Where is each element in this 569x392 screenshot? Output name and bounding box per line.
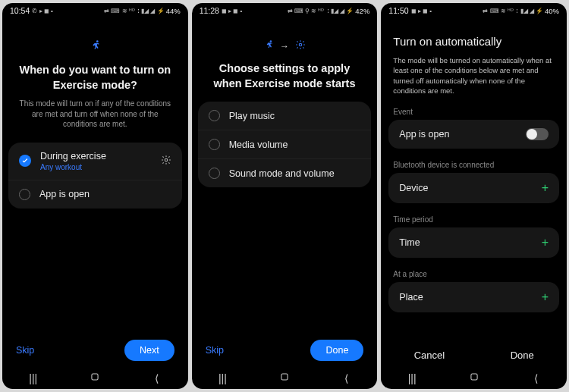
plus-icon[interactable]: + <box>542 290 549 304</box>
condition-during-exercise[interactable]: During exercise Any workout <box>8 143 182 180</box>
cancel-button[interactable]: Cancel <box>414 350 445 361</box>
screen-choose-settings: 11:28 ◼ ▸ ◼ • ⇄ ⌨ ⚲ ≋ ᴴᴰ ⫶ ▮◢ ◢ ⚡ 42% → … <box>192 3 378 389</box>
status-system-icons: ⇄ ⌨ ≋ ᴴᴰ ⫶ ▮◢ ◢ ⚡ <box>104 8 165 14</box>
setting-label: Device <box>399 183 428 193</box>
svg-rect-6 <box>471 374 477 380</box>
nav-back-icon[interactable]: ⟨ <box>335 372 358 384</box>
check-icon <box>19 155 31 167</box>
status-notif-icons: ✆ ▸ ◼ • <box>32 8 52 14</box>
gear-icon <box>295 39 306 52</box>
status-bar: 11:50 ◼ ▸ ◼ • ⇄ ⌨ ≋ ᴴᴰ ⫶ ▮◢ ◢ ⚡ 40% <box>381 3 567 18</box>
setting-label: Media volume <box>229 140 288 150</box>
setting-place[interactable]: Place + <box>388 282 559 312</box>
nav-home-icon[interactable] <box>83 372 106 384</box>
status-battery: 40% <box>545 7 559 15</box>
section-label-bluetooth: Bluetooth device is connected <box>381 161 567 173</box>
screen-turn-on-auto: 11:50 ◼ ▸ ◼ • ⇄ ⌨ ≋ ᴴᴰ ⫶ ▮◢ ◢ ⚡ 40% Turn… <box>381 3 567 389</box>
gear-icon[interactable] <box>161 155 171 168</box>
setting-sound-mode[interactable]: Sound mode and volume <box>198 159 372 187</box>
page-description: The mode will be turned on automatically… <box>381 55 567 108</box>
svg-point-4 <box>299 43 302 46</box>
radio-icon <box>209 110 220 121</box>
nav-bar: ||| ⟨ <box>192 365 378 389</box>
running-icon <box>263 39 274 52</box>
radio-icon <box>209 168 220 179</box>
section-label-time: Time period <box>381 215 567 227</box>
page-heading: When do you want to turn on Exercise mod… <box>2 54 188 99</box>
plus-icon[interactable]: + <box>542 181 549 195</box>
settings-list: Play music Media volume Sound mode and v… <box>198 102 372 187</box>
setting-label: Place <box>399 292 423 303</box>
skip-button[interactable]: Skip <box>16 345 34 356</box>
setting-label: Play music <box>229 111 275 121</box>
condition-label: During exercise <box>40 151 152 162</box>
nav-home-icon[interactable] <box>463 372 486 384</box>
status-system-icons: ⇄ ⌨ ⚲ ≋ ᴴᴰ ⫶ ▮◢ ◢ ⚡ <box>288 8 354 14</box>
section-label-event: Event <box>381 108 567 120</box>
next-button[interactable]: Next <box>124 340 174 361</box>
status-time: 10:54 <box>10 6 30 15</box>
setting-label: App is open <box>399 129 449 140</box>
setting-media-volume[interactable]: Media volume <box>198 130 372 159</box>
condition-label: App is open <box>39 189 171 199</box>
radio-icon <box>209 139 220 150</box>
setting-device[interactable]: Device + <box>388 173 559 203</box>
setting-time[interactable]: Time + <box>388 227 559 258</box>
nav-back-icon[interactable]: ⟨ <box>524 372 547 384</box>
nav-recent-icon[interactable]: ||| <box>22 372 45 384</box>
status-time: 11:28 <box>200 6 219 15</box>
setting-label: Time <box>399 237 420 248</box>
status-bar: 10:54 ✆ ▸ ◼ • ⇄ ⌨ ≋ ᴴᴰ ⫶ ▮◢ ◢ ⚡ 44% <box>2 3 188 18</box>
radio-icon <box>19 189 30 200</box>
status-notif-icons: ◼ ▸ ◼ • <box>411 8 432 14</box>
status-battery: 44% <box>166 7 181 15</box>
nav-recent-icon[interactable]: ||| <box>401 372 423 384</box>
condition-sublabel: Any workout <box>40 163 152 171</box>
nav-bar: ||| ⟨ <box>381 365 567 389</box>
status-notif-icons: ◼ ▸ ◼ • <box>222 8 242 14</box>
screen-exercise-conditions: 10:54 ✆ ▸ ◼ • ⇄ ⌨ ≋ ᴴᴰ ⫶ ▮◢ ◢ ⚡ 44% When… <box>2 3 188 389</box>
nav-home-icon[interactable] <box>273 372 296 384</box>
condition-app-open[interactable]: App is open <box>8 180 182 209</box>
section-label-place: At a place <box>381 270 567 282</box>
page-subtext: This mode will turn on if any of the con… <box>2 99 188 140</box>
svg-point-3 <box>270 40 272 42</box>
status-battery: 42% <box>355 7 369 15</box>
status-system-icons: ⇄ ⌨ ≋ ᴴᴰ ⫶ ▮◢ ◢ ⚡ <box>483 8 543 14</box>
arrow-right-icon: → <box>280 41 289 52</box>
setting-play-music[interactable]: Play music <box>198 102 372 130</box>
plus-icon[interactable]: + <box>542 236 549 249</box>
svg-point-0 <box>96 40 99 42</box>
nav-bar: ||| ⟨ <box>2 365 188 389</box>
status-time: 11:50 <box>388 6 408 15</box>
conditions-list: During exercise Any workout App is open <box>8 143 182 209</box>
toggle-switch[interactable] <box>526 128 549 140</box>
page-title: Turn on automatically <box>381 18 567 55</box>
setting-app-open[interactable]: App is open <box>388 120 559 149</box>
running-icon <box>89 39 101 54</box>
skip-button[interactable]: Skip <box>206 345 224 356</box>
done-button[interactable]: Done <box>511 350 534 361</box>
nav-recent-icon[interactable]: ||| <box>211 372 234 384</box>
status-bar: 11:28 ◼ ▸ ◼ • ⇄ ⌨ ⚲ ≋ ᴴᴰ ⫶ ▮◢ ◢ ⚡ 42% <box>192 3 378 18</box>
svg-rect-2 <box>92 374 98 380</box>
done-button[interactable]: Done <box>310 340 363 361</box>
svg-point-1 <box>165 158 168 162</box>
svg-rect-5 <box>281 374 288 380</box>
page-heading: Choose settings to apply when Exercise m… <box>192 52 378 97</box>
setting-label: Sound mode and volume <box>229 168 335 179</box>
nav-back-icon[interactable]: ⟨ <box>146 372 168 384</box>
